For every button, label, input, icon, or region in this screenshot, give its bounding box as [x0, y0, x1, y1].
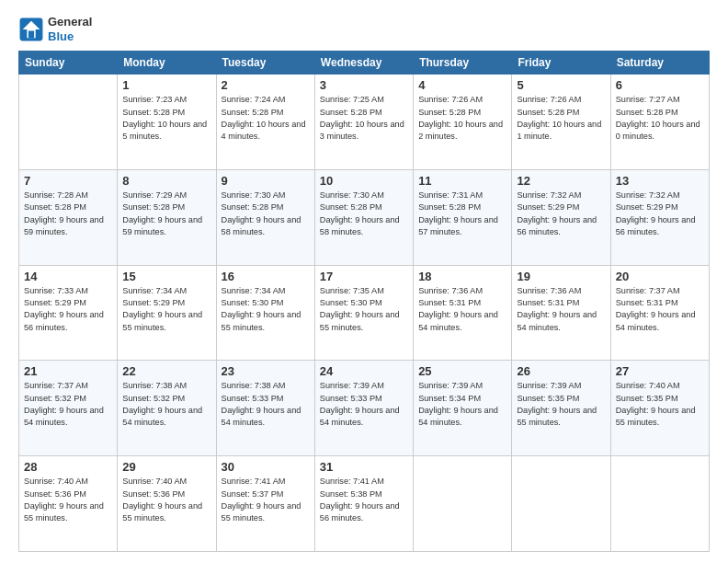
day-info: Sunrise: 7:40 AMSunset: 5:35 PMDaylight:… [616, 380, 704, 429]
day-header-tuesday: Tuesday [216, 52, 314, 75]
logo: General Blue [18, 15, 92, 43]
day-info: Sunrise: 7:23 AMSunset: 5:28 PMDaylight:… [122, 94, 210, 143]
calendar-cell [19, 75, 118, 170]
calendar-cell: 14Sunrise: 7:33 AMSunset: 5:29 PMDayligh… [19, 265, 118, 361]
svg-rect-2 [28, 30, 34, 38]
day-info: Sunrise: 7:26 AMSunset: 5:28 PMDaylight:… [418, 94, 506, 143]
calendar-cell [512, 456, 610, 552]
day-number: 2 [222, 78, 310, 92]
day-number: 9 [222, 174, 310, 188]
day-info: Sunrise: 7:31 AMSunset: 5:28 PMDaylight:… [418, 190, 506, 238]
calendar-cell: 4Sunrise: 7:26 AMSunset: 5:28 PMDaylight… [414, 75, 512, 170]
day-info: Sunrise: 7:25 AMSunset: 5:28 PMDaylight:… [320, 94, 408, 143]
day-number: 4 [418, 78, 506, 92]
day-number: 14 [24, 270, 112, 283]
day-number: 3 [320, 78, 408, 92]
day-info: Sunrise: 7:32 AMSunset: 5:29 PMDaylight:… [616, 190, 704, 238]
day-number: 6 [616, 78, 704, 92]
day-info: Sunrise: 7:39 AMSunset: 5:33 PMDaylight:… [320, 380, 408, 429]
day-number: 7 [24, 174, 112, 188]
day-header-saturday: Saturday [610, 52, 709, 75]
day-header-friday: Friday [512, 52, 610, 75]
day-number: 31 [320, 460, 408, 474]
day-info: Sunrise: 7:26 AMSunset: 5:28 PMDaylight:… [517, 94, 605, 143]
calendar-cell: 1Sunrise: 7:23 AMSunset: 5:28 PMDaylight… [118, 75, 216, 170]
calendar-cell: 7Sunrise: 7:28 AMSunset: 5:28 PMDaylight… [19, 169, 118, 265]
day-info: Sunrise: 7:41 AMSunset: 5:38 PMDaylight:… [320, 476, 408, 524]
calendar-cell: 28Sunrise: 7:40 AMSunset: 5:36 PMDayligh… [19, 456, 118, 552]
day-header-sunday: Sunday [19, 52, 118, 75]
calendar-cell: 19Sunrise: 7:36 AMSunset: 5:31 PMDayligh… [512, 265, 610, 361]
day-info: Sunrise: 7:39 AMSunset: 5:35 PMDaylight:… [517, 380, 605, 429]
day-number: 20 [616, 270, 704, 283]
day-number: 28 [24, 460, 112, 474]
calendar-cell: 24Sunrise: 7:39 AMSunset: 5:33 PMDayligh… [314, 361, 413, 456]
calendar-cell: 6Sunrise: 7:27 AMSunset: 5:28 PMDaylight… [610, 75, 709, 170]
day-number: 23 [222, 364, 310, 378]
day-info: Sunrise: 7:30 AMSunset: 5:28 PMDaylight:… [320, 190, 408, 238]
day-info: Sunrise: 7:35 AMSunset: 5:30 PMDaylight:… [320, 285, 408, 334]
day-info: Sunrise: 7:24 AMSunset: 5:28 PMDaylight:… [222, 94, 310, 143]
day-number: 19 [517, 270, 605, 283]
calendar-header-row: SundayMondayTuesdayWednesdayThursdayFrid… [19, 52, 710, 75]
day-header-monday: Monday [118, 52, 216, 75]
calendar-week-row: 14Sunrise: 7:33 AMSunset: 5:29 PMDayligh… [19, 265, 710, 361]
day-info: Sunrise: 7:27 AMSunset: 5:28 PMDaylight:… [616, 94, 704, 143]
calendar-cell [610, 456, 709, 552]
day-info: Sunrise: 7:33 AMSunset: 5:29 PMDaylight:… [24, 285, 112, 334]
day-info: Sunrise: 7:34 AMSunset: 5:30 PMDaylight:… [222, 285, 310, 334]
calendar-cell: 10Sunrise: 7:30 AMSunset: 5:28 PMDayligh… [314, 169, 413, 265]
calendar-table: SundayMondayTuesdayWednesdayThursdayFrid… [18, 51, 710, 552]
day-number: 10 [320, 174, 408, 188]
header: General Blue [18, 15, 710, 43]
calendar-cell: 22Sunrise: 7:38 AMSunset: 5:32 PMDayligh… [118, 361, 216, 456]
day-number: 29 [122, 460, 210, 474]
day-number: 13 [616, 174, 704, 188]
logo-icon [18, 17, 44, 42]
calendar-cell: 13Sunrise: 7:32 AMSunset: 5:29 PMDayligh… [610, 169, 709, 265]
calendar-cell: 23Sunrise: 7:38 AMSunset: 5:33 PMDayligh… [216, 361, 314, 456]
day-number: 17 [320, 270, 408, 283]
day-number: 16 [222, 270, 310, 283]
calendar-cell: 17Sunrise: 7:35 AMSunset: 5:30 PMDayligh… [314, 265, 413, 361]
day-info: Sunrise: 7:40 AMSunset: 5:36 PMDaylight:… [122, 476, 210, 524]
calendar-cell: 3Sunrise: 7:25 AMSunset: 5:28 PMDaylight… [314, 75, 413, 170]
day-info: Sunrise: 7:30 AMSunset: 5:28 PMDaylight:… [222, 190, 310, 238]
calendar-cell: 30Sunrise: 7:41 AMSunset: 5:37 PMDayligh… [216, 456, 314, 552]
calendar-cell: 15Sunrise: 7:34 AMSunset: 5:29 PMDayligh… [118, 265, 216, 361]
day-number: 1 [122, 78, 210, 92]
day-info: Sunrise: 7:37 AMSunset: 5:31 PMDaylight:… [616, 285, 704, 334]
day-number: 26 [517, 364, 605, 378]
calendar-cell: 16Sunrise: 7:34 AMSunset: 5:30 PMDayligh… [216, 265, 314, 361]
day-number: 22 [122, 364, 210, 378]
day-info: Sunrise: 7:29 AMSunset: 5:28 PMDaylight:… [122, 190, 210, 238]
calendar-cell: 31Sunrise: 7:41 AMSunset: 5:38 PMDayligh… [314, 456, 413, 552]
day-info: Sunrise: 7:28 AMSunset: 5:28 PMDaylight:… [24, 190, 112, 238]
day-number: 5 [517, 78, 605, 92]
calendar-cell: 27Sunrise: 7:40 AMSunset: 5:35 PMDayligh… [610, 361, 709, 456]
calendar-cell: 25Sunrise: 7:39 AMSunset: 5:34 PMDayligh… [414, 361, 512, 456]
calendar-cell: 20Sunrise: 7:37 AMSunset: 5:31 PMDayligh… [610, 265, 709, 361]
day-number: 24 [320, 364, 408, 378]
calendar-cell: 11Sunrise: 7:31 AMSunset: 5:28 PMDayligh… [414, 169, 512, 265]
logo-text: General Blue [48, 15, 92, 43]
day-info: Sunrise: 7:38 AMSunset: 5:33 PMDaylight:… [222, 380, 310, 429]
day-number: 15 [122, 270, 210, 283]
day-number: 8 [122, 174, 210, 188]
day-info: Sunrise: 7:36 AMSunset: 5:31 PMDaylight:… [418, 285, 506, 334]
day-header-wednesday: Wednesday [314, 52, 413, 75]
page: General Blue SundayMondayTuesdayWednesda… [0, 0, 728, 563]
day-number: 12 [517, 174, 605, 188]
calendar-week-row: 1Sunrise: 7:23 AMSunset: 5:28 PMDaylight… [19, 75, 710, 170]
logo-blue: Blue [48, 29, 92, 44]
day-info: Sunrise: 7:37 AMSunset: 5:32 PMDaylight:… [24, 380, 112, 429]
calendar-cell: 26Sunrise: 7:39 AMSunset: 5:35 PMDayligh… [512, 361, 610, 456]
day-info: Sunrise: 7:39 AMSunset: 5:34 PMDaylight:… [418, 380, 506, 429]
calendar-week-row: 7Sunrise: 7:28 AMSunset: 5:28 PMDaylight… [19, 169, 710, 265]
logo-general: General [48, 15, 92, 29]
calendar-cell: 29Sunrise: 7:40 AMSunset: 5:36 PMDayligh… [118, 456, 216, 552]
calendar-cell: 2Sunrise: 7:24 AMSunset: 5:28 PMDaylight… [216, 75, 314, 170]
calendar-cell [414, 456, 512, 552]
calendar-cell: 18Sunrise: 7:36 AMSunset: 5:31 PMDayligh… [414, 265, 512, 361]
day-number: 11 [418, 174, 506, 188]
